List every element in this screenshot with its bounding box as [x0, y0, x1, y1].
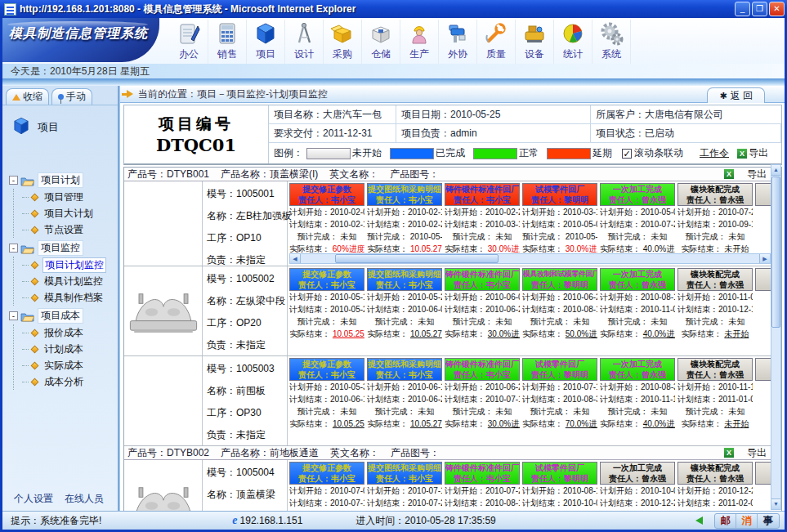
product-export-link[interactable]: 导出: [721, 168, 767, 181]
stage-value-link[interactable]: 10.05.25: [333, 419, 364, 428]
stage-owner: 责任人：曾永强: [678, 279, 752, 290]
minimize-button[interactable]: _: [735, 2, 750, 16]
personal-settings-link[interactable]: 个人设置: [14, 492, 53, 506]
stage-value-link[interactable]: 70.0%进度: [566, 419, 597, 428]
stage-value: 2010-05-25: [330, 305, 364, 314]
tree-item-模具制作档案[interactable]: 模具制作档案: [14, 289, 118, 306]
stage-title: 铸件锻件标准件回厂: [445, 184, 519, 194]
tree-item-成本分析[interactable]: 成本分析: [14, 373, 118, 390]
stage-owner: 责任人：韦小宝: [445, 473, 519, 484]
stage-value-link[interactable]: 30.0%进度: [488, 419, 520, 428]
outsource-machine-icon: [445, 20, 471, 47]
scroll-right-arrow[interactable]: ▶: [759, 254, 770, 263]
toolbar-item-label: 办公: [179, 47, 199, 61]
stage-value: 2010-12-23: [641, 498, 675, 507]
tree-item-实际成本[interactable]: 实际成本: [14, 357, 118, 373]
scroll-left-arrow[interactable]: ◀: [290, 254, 301, 263]
sidebar-tab-collapse[interactable]: 收缩: [6, 88, 49, 105]
horizontal-scrollbar[interactable]: ◀▶: [289, 253, 771, 264]
tree-expander-icon[interactable]: -: [9, 244, 18, 253]
stage-value-link[interactable]: 30.0%进度: [566, 244, 597, 253]
stage-value-link[interactable]: 未开始: [724, 329, 749, 338]
toolbar-item-purchase[interactable]: 采购: [324, 20, 362, 64]
scrollbar-link-checkbox[interactable]: [622, 149, 632, 159]
legend-item-label: 延期: [592, 146, 612, 160]
vertical-scroll-thumb[interactable]: [771, 177, 780, 328]
work-order-link[interactable]: 工作令: [700, 146, 729, 160]
toolbar-item-storage[interactable]: 仓储: [362, 20, 400, 64]
tree-item-项目大计划[interactable]: 项目大计划: [14, 205, 118, 221]
back-button[interactable]: ✱ 返 回: [707, 87, 765, 103]
tree-folder-1[interactable]: -项目计划: [9, 172, 118, 189]
horizontal-scroll-thumb[interactable]: [335, 254, 499, 263]
product-export-link[interactable]: 导出: [721, 446, 767, 460]
project-export-link[interactable]: 导出: [737, 146, 768, 160]
toolbar-item-project[interactable]: 项目: [247, 20, 285, 64]
stage-value-link[interactable]: 30.0%进度: [488, 244, 520, 253]
toolbar-item-office[interactable]: 办公: [170, 20, 208, 64]
stage-value-link[interactable]: 10.05.27: [410, 419, 442, 428]
tree-expander-icon[interactable]: -: [9, 311, 18, 320]
tree-expander-icon[interactable]: -: [9, 176, 18, 185]
stage-value-link[interactable]: 未开始: [724, 419, 749, 428]
stage-field: 计划结束：2011-01-02: [677, 393, 753, 405]
stage-field: 实际结束： 10.05.25: [289, 328, 364, 340]
tray-buttons: 邮消事: [714, 513, 780, 529]
stage-header-red: 铸件锻件标准件回厂责任人：韦小宝: [445, 183, 520, 206]
stage-value-link[interactable]: 40.0%进度: [643, 329, 675, 338]
online-users-link[interactable]: 在线人员: [65, 492, 104, 506]
mold-info-field: 工序：OP20: [207, 316, 287, 330]
toolbar-item-sales[interactable]: 销售: [208, 20, 247, 64]
stage-cells: 提交修正参数责任人：韦小宝计划开始：2010-02-06计划结束：2010-02…: [289, 183, 781, 253]
stage-value-link[interactable]: 50.0%进度: [566, 329, 597, 338]
mold-info-field: 工序：OP10: [207, 231, 287, 245]
tree-item-报价成本[interactable]: 报价成本: [14, 324, 118, 341]
stage-value: 2010-12-17: [718, 305, 753, 314]
tray-button-消[interactable]: 消: [736, 514, 758, 528]
tree-folder-2[interactable]: -项目监控: [9, 239, 118, 257]
sidebar-tab-manual[interactable]: 手动: [51, 88, 92, 105]
toolbar-item-produce[interactable]: 生产: [400, 20, 439, 64]
stage-cell: 试模零件回厂责任人：黎明明计划开始：2010-03-19计划结束：2010-05…: [522, 183, 597, 253]
toolbar-item-outsource[interactable]: 外协: [439, 20, 477, 64]
stage-field: 计划开始：2010-05-31: [289, 381, 364, 393]
restore-button[interactable]: ❐: [752, 2, 767, 16]
scroll-up-arrow[interactable]: ▲: [771, 165, 780, 176]
tree-item-项目管理[interactable]: 项目管理: [14, 189, 118, 205]
tree-item-计划成本[interactable]: 计划成本: [14, 341, 118, 357]
stage-value-link[interactable]: 40.0%进度: [643, 419, 675, 428]
scroll-down-arrow[interactable]: ▼: [771, 498, 780, 509]
tree-folder-3[interactable]: -项目成本: [9, 307, 118, 324]
toolbar-item-equipment[interactable]: 设备: [516, 20, 554, 64]
stage-value-link[interactable]: 未开始: [724, 244, 749, 253]
toolbar-item-label: 质量: [486, 47, 506, 61]
tree-item-模具计划监控[interactable]: 模具计划监控: [14, 273, 118, 289]
ie-icon: e: [232, 514, 237, 527]
tree-item-项目计划监控[interactable]: 项目计划监控: [14, 257, 118, 273]
stage-owner: 责任人：韦小宝: [290, 473, 364, 484]
stage-value-link[interactable]: 60%进度: [333, 244, 364, 253]
stage-value-link[interactable]: 10.05.25: [333, 329, 364, 338]
vertical-scrollbar[interactable]: ▲ ▼: [771, 164, 781, 510]
stage-value-link[interactable]: 10.05.27: [410, 244, 442, 253]
stage-value: 未知: [340, 317, 356, 326]
speaker-icon[interactable]: [695, 516, 703, 525]
stage-header-green: 铸件锻件标准件回厂责任人：韦小宝: [445, 358, 520, 381]
tree-item-label: 模具制作档案: [42, 291, 105, 305]
toolbar-item-system[interactable]: 系统: [592, 20, 631, 64]
tree-item-label: 报价成本: [42, 326, 85, 340]
stage-value-link[interactable]: 40.0%进度: [643, 244, 675, 253]
toolbar-item-design[interactable]: 设计: [285, 20, 324, 64]
close-button[interactable]: ✕: [769, 2, 785, 16]
toolbar-item-stats[interactable]: 统计: [554, 20, 592, 64]
stage-value-link[interactable]: 10.05.27: [410, 329, 442, 338]
tray-button-事[interactable]: 事: [758, 514, 779, 528]
diamond-bullet-icon: [31, 293, 39, 302]
stage-cell: 提交修正参数责任人：韦小宝计划开始：2010-02-06计划结束：2010-02…: [289, 183, 364, 253]
tray-button-邮[interactable]: 邮: [715, 514, 736, 528]
stage-field: 计划开始：2010-02-27: [445, 206, 520, 218]
stage-value-link[interactable]: 30.0%进度: [488, 329, 520, 338]
toolbar-item-quality[interactable]: 质量: [477, 20, 516, 64]
sidebar-module-project[interactable]: 项目: [2, 105, 118, 139]
tree-item-节点设置[interactable]: 节点设置: [14, 221, 118, 238]
